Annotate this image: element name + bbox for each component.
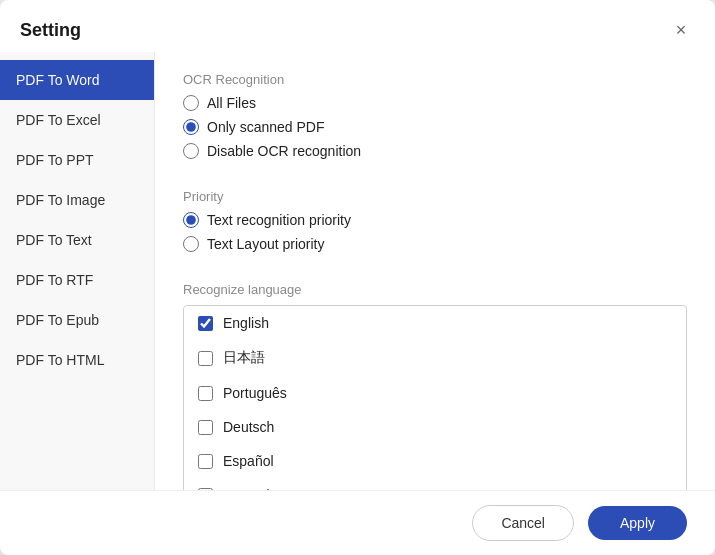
close-icon: × [676, 20, 687, 41]
priority-section: Priority Text recognition priority Text … [183, 189, 687, 260]
priority-label-text-recognition: Text recognition priority [207, 212, 351, 228]
priority-radio-text-recognition[interactable] [183, 212, 199, 228]
ocr-section: OCR Recognition All Files Only scanned P… [183, 72, 687, 167]
sidebar-item-pdf-to-text[interactable]: PDF To Text [0, 220, 154, 260]
sidebar-item-pdf-to-ppt[interactable]: PDF To PPT [0, 140, 154, 180]
language-item-french[interactable]: Français [184, 478, 686, 490]
lang-checkbox-german[interactable] [198, 420, 213, 435]
ocr-radio-all-files[interactable] [183, 95, 199, 111]
ocr-option-disable[interactable]: Disable OCR recognition [183, 143, 687, 159]
lang-label-spanish: Español [223, 453, 274, 469]
lang-checkbox-spanish[interactable] [198, 454, 213, 469]
apply-button[interactable]: Apply [588, 506, 687, 540]
ocr-label-only-scanned: Only scanned PDF [207, 119, 325, 135]
ocr-label-all-files: All Files [207, 95, 256, 111]
lang-checkbox-french[interactable] [198, 488, 213, 491]
lang-label-japanese: 日本語 [223, 349, 265, 367]
settings-dialog: Setting × PDF To WordPDF To ExcelPDF To … [0, 0, 715, 555]
language-item-german[interactable]: Deutsch [184, 410, 686, 444]
sidebar: PDF To WordPDF To ExcelPDF To PPTPDF To … [0, 52, 155, 490]
ocr-label-disable: Disable OCR recognition [207, 143, 361, 159]
sidebar-item-pdf-to-image[interactable]: PDF To Image [0, 180, 154, 220]
lang-label-portuguese: Português [223, 385, 287, 401]
language-list[interactable]: English 日本語 Português Deutsch [183, 305, 687, 490]
dialog-header: Setting × [0, 0, 715, 52]
language-section-label: Recognize language [183, 282, 687, 297]
lang-label-english: English [223, 315, 269, 331]
language-item-english[interactable]: English [184, 306, 686, 340]
priority-option-text-layout[interactable]: Text Layout priority [183, 236, 687, 252]
dialog-body: PDF To WordPDF To ExcelPDF To PPTPDF To … [0, 52, 715, 490]
ocr-option-all-files[interactable]: All Files [183, 95, 687, 111]
lang-label-french: Français [223, 487, 277, 490]
sidebar-item-pdf-to-excel[interactable]: PDF To Excel [0, 100, 154, 140]
language-item-japanese[interactable]: 日本語 [184, 340, 686, 376]
close-button[interactable]: × [667, 16, 695, 44]
language-item-portuguese[interactable]: Português [184, 376, 686, 410]
priority-label-text-layout: Text Layout priority [207, 236, 325, 252]
ocr-option-only-scanned[interactable]: Only scanned PDF [183, 119, 687, 135]
ocr-radio-only-scanned[interactable] [183, 119, 199, 135]
language-section: Recognize language English 日本語 Português [183, 282, 687, 490]
lang-label-german: Deutsch [223, 419, 274, 435]
lang-checkbox-portuguese[interactable] [198, 386, 213, 401]
sidebar-item-pdf-to-html[interactable]: PDF To HTML [0, 340, 154, 380]
language-item-spanish[interactable]: Español [184, 444, 686, 478]
sidebar-item-pdf-to-rtf[interactable]: PDF To RTF [0, 260, 154, 300]
ocr-radio-disable[interactable] [183, 143, 199, 159]
priority-section-label: Priority [183, 189, 687, 204]
dialog-title: Setting [20, 20, 81, 41]
dialog-footer: Cancel Apply [0, 490, 715, 555]
lang-checkbox-japanese[interactable] [198, 351, 213, 366]
sidebar-item-pdf-to-epub[interactable]: PDF To Epub [0, 300, 154, 340]
priority-radio-text-layout[interactable] [183, 236, 199, 252]
main-content: OCR Recognition All Files Only scanned P… [155, 52, 715, 490]
sidebar-item-pdf-to-word[interactable]: PDF To Word [0, 60, 154, 100]
lang-checkbox-english[interactable] [198, 316, 213, 331]
cancel-button[interactable]: Cancel [472, 505, 574, 541]
ocr-section-label: OCR Recognition [183, 72, 687, 87]
priority-option-text-recognition[interactable]: Text recognition priority [183, 212, 687, 228]
